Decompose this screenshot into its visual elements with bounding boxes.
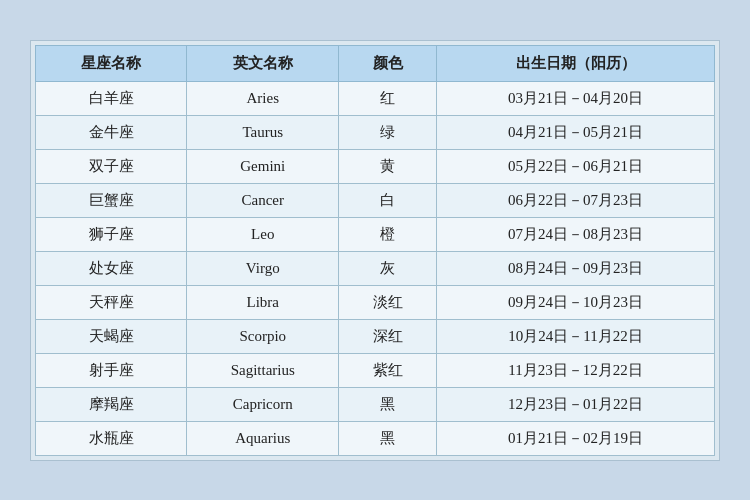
cell-chinese-name: 摩羯座 — [36, 387, 187, 421]
cell-english-name: Scorpio — [187, 319, 339, 353]
cell-dates: 12月23日－01月22日 — [437, 387, 715, 421]
cell-color: 黑 — [339, 387, 437, 421]
cell-english-name: Capricorn — [187, 387, 339, 421]
cell-dates: 01月21日－02月19日 — [437, 421, 715, 455]
zodiac-table: 星座名称 英文名称 颜色 出生日期（阳历） 白羊座Aries红03月21日－04… — [35, 45, 715, 456]
cell-color: 紫红 — [339, 353, 437, 387]
table-row: 狮子座Leo橙07月24日－08月23日 — [36, 217, 715, 251]
cell-color: 绿 — [339, 115, 437, 149]
table-row: 天蝎座Scorpio深红10月24日－11月22日 — [36, 319, 715, 353]
cell-english-name: Gemini — [187, 149, 339, 183]
table-row: 水瓶座Aquarius黑01月21日－02月19日 — [36, 421, 715, 455]
cell-chinese-name: 处女座 — [36, 251, 187, 285]
cell-chinese-name: 射手座 — [36, 353, 187, 387]
cell-dates: 09月24日－10月23日 — [437, 285, 715, 319]
cell-chinese-name: 天蝎座 — [36, 319, 187, 353]
cell-chinese-name: 天秤座 — [36, 285, 187, 319]
cell-english-name: Leo — [187, 217, 339, 251]
cell-color: 红 — [339, 81, 437, 115]
cell-dates: 05月22日－06月21日 — [437, 149, 715, 183]
table-body: 白羊座Aries红03月21日－04月20日金牛座Taurus绿04月21日－0… — [36, 81, 715, 455]
cell-dates: 11月23日－12月22日 — [437, 353, 715, 387]
cell-chinese-name: 双子座 — [36, 149, 187, 183]
cell-chinese-name: 狮子座 — [36, 217, 187, 251]
table-row: 金牛座Taurus绿04月21日－05月21日 — [36, 115, 715, 149]
table-row: 摩羯座Capricorn黑12月23日－01月22日 — [36, 387, 715, 421]
header-chinese-name: 星座名称 — [36, 45, 187, 81]
table-row: 射手座Sagittarius紫红11月23日－12月22日 — [36, 353, 715, 387]
cell-dates: 07月24日－08月23日 — [437, 217, 715, 251]
cell-dates: 10月24日－11月22日 — [437, 319, 715, 353]
cell-color: 灰 — [339, 251, 437, 285]
cell-english-name: Sagittarius — [187, 353, 339, 387]
cell-color: 橙 — [339, 217, 437, 251]
cell-chinese-name: 金牛座 — [36, 115, 187, 149]
zodiac-table-container: 星座名称 英文名称 颜色 出生日期（阳历） 白羊座Aries红03月21日－04… — [30, 40, 720, 461]
header-color: 颜色 — [339, 45, 437, 81]
table-row: 白羊座Aries红03月21日－04月20日 — [36, 81, 715, 115]
cell-dates: 08月24日－09月23日 — [437, 251, 715, 285]
cell-english-name: Aries — [187, 81, 339, 115]
table-row: 天秤座Libra淡红09月24日－10月23日 — [36, 285, 715, 319]
cell-chinese-name: 巨蟹座 — [36, 183, 187, 217]
cell-english-name: Libra — [187, 285, 339, 319]
table-row: 巨蟹座Cancer白06月22日－07月23日 — [36, 183, 715, 217]
table-row: 双子座Gemini黄05月22日－06月21日 — [36, 149, 715, 183]
cell-color: 黑 — [339, 421, 437, 455]
cell-english-name: Taurus — [187, 115, 339, 149]
cell-dates: 03月21日－04月20日 — [437, 81, 715, 115]
cell-dates: 06月22日－07月23日 — [437, 183, 715, 217]
cell-color: 深红 — [339, 319, 437, 353]
cell-english-name: Cancer — [187, 183, 339, 217]
table-row: 处女座Virgo灰08月24日－09月23日 — [36, 251, 715, 285]
cell-color: 白 — [339, 183, 437, 217]
cell-english-name: Virgo — [187, 251, 339, 285]
cell-english-name: Aquarius — [187, 421, 339, 455]
table-header-row: 星座名称 英文名称 颜色 出生日期（阳历） — [36, 45, 715, 81]
cell-chinese-name: 水瓶座 — [36, 421, 187, 455]
cell-dates: 04月21日－05月21日 — [437, 115, 715, 149]
header-dates: 出生日期（阳历） — [437, 45, 715, 81]
cell-color: 黄 — [339, 149, 437, 183]
cell-chinese-name: 白羊座 — [36, 81, 187, 115]
header-english-name: 英文名称 — [187, 45, 339, 81]
cell-color: 淡红 — [339, 285, 437, 319]
